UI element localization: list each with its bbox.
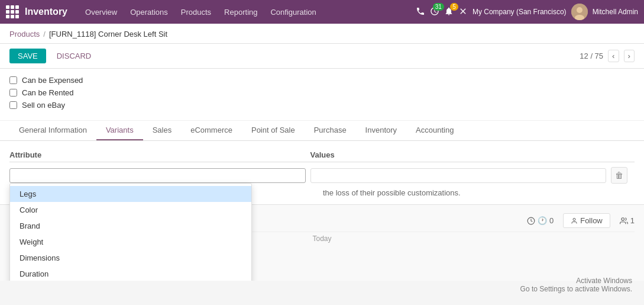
nav-overview[interactable]: Overview xyxy=(79,0,123,24)
app-title: Inventory xyxy=(25,7,67,17)
main-content: Can be Expensed Can be Rented Sell on eB… xyxy=(0,69,644,281)
attribute-input[interactable] xyxy=(9,168,306,183)
tabs-bar: General Information Variants Sales eComm… xyxy=(0,121,644,141)
tab-variants[interactable]: Variants xyxy=(96,121,143,140)
delete-row-button[interactable]: 🗑 xyxy=(611,167,627,184)
next-page-button[interactable]: › xyxy=(624,50,635,62)
user-avatar[interactable] xyxy=(571,4,588,20)
prev-page-button[interactable]: ‹ xyxy=(608,50,619,62)
tab-point-of-sale[interactable]: Point of Sale xyxy=(242,121,305,140)
breadcrumb-separator: / xyxy=(43,30,46,38)
pagination: 12 / 75 ‹ › xyxy=(580,50,635,62)
breadcrumb: Products / [FURN_1118] Corner Desk Left … xyxy=(0,24,644,44)
save-button[interactable]: SAVE xyxy=(9,49,46,63)
dropdown-item-duration[interactable]: Duration xyxy=(10,266,251,281)
follow-button[interactable]: Follow xyxy=(563,213,610,228)
values-input[interactable] xyxy=(310,168,607,183)
dropdown-item-weight[interactable]: Weight xyxy=(10,234,251,250)
checkbox-can-be-rented: Can be Rented xyxy=(9,88,635,97)
attribute-dropdown-container: Legs Color Brand Weight Dimensions Durat… xyxy=(9,168,306,183)
pagination-text: 12 / 75 xyxy=(580,52,603,60)
nav-reporting[interactable]: Reporting xyxy=(218,0,263,24)
top-navigation: Inventory Overview Operations Products R… xyxy=(0,0,644,24)
phone-icon[interactable] xyxy=(416,7,425,18)
checkboxes-section: Can be Expensed Can be Rented Sell on eB… xyxy=(0,69,644,121)
nav-products[interactable]: Products xyxy=(175,0,217,24)
dropdown-item-color[interactable]: Color xyxy=(10,202,251,218)
close-icon[interactable] xyxy=(458,7,468,18)
nav-right-section: 31 5 My Company (San Francisco) Mitchell… xyxy=(416,4,638,20)
checkbox-sell-on-ebay: Sell on eBay xyxy=(9,101,635,110)
timer-icon[interactable]: 31 xyxy=(430,7,439,18)
can-be-expensed-label[interactable]: Can be Expensed xyxy=(22,76,83,85)
tab-inventory[interactable]: Inventory xyxy=(356,121,406,140)
dropdown-item-brand[interactable]: Brand xyxy=(10,218,251,234)
dropdown-item-dimensions[interactable]: Dimensions xyxy=(10,250,251,266)
followers-count[interactable]: 1 xyxy=(620,216,635,225)
activities-button[interactable]: 🕐 0 xyxy=(527,216,554,225)
sell-on-ebay-checkbox[interactable] xyxy=(9,101,17,109)
user-name[interactable]: Mitchell Admin xyxy=(593,8,638,16)
breadcrumb-current-page: [FURN_1118] Corner Desk Left Sit xyxy=(49,30,167,38)
follow-label: Follow xyxy=(580,216,603,225)
nav-configuration[interactable]: Configuration xyxy=(264,0,322,24)
attribute-row: Legs Color Brand Weight Dimensions Durat… xyxy=(9,167,635,184)
company-name[interactable]: My Company (San Francisco) xyxy=(473,8,567,16)
bell-icon[interactable]: 5 xyxy=(444,7,454,18)
bell-badge: 5 xyxy=(450,3,458,11)
sell-on-ebay-label[interactable]: Sell on eBay xyxy=(22,101,65,110)
action-bar: SAVE DISCARD 12 / 75 ‹ › xyxy=(0,44,644,69)
col-values: Values xyxy=(310,150,607,159)
nav-operations[interactable]: Operations xyxy=(124,0,174,24)
col-attribute: Attribute xyxy=(9,150,306,159)
can-be-rented-checkbox[interactable] xyxy=(9,89,17,97)
discard-button[interactable]: DISCARD xyxy=(51,49,98,63)
timer-badge: 31 xyxy=(433,3,444,11)
nav-menu: Overview Operations Products Reporting C… xyxy=(79,0,410,24)
warning-text: the loss of their possible customization… xyxy=(323,188,461,197)
svg-point-5 xyxy=(622,217,624,220)
grid-menu-icon[interactable] xyxy=(6,5,19,18)
tab-general-information[interactable]: General Information xyxy=(9,121,96,140)
variants-table-area: Attribute Values Legs Color Brand Weight… xyxy=(0,141,644,204)
can-be-expensed-checkbox[interactable] xyxy=(9,76,17,84)
tab-accounting[interactable]: Accounting xyxy=(406,121,463,140)
table-header: Attribute Values xyxy=(9,148,635,162)
svg-point-1 xyxy=(577,7,582,13)
tab-sales[interactable]: Sales xyxy=(143,121,182,140)
tab-ecommerce[interactable]: eCommerce xyxy=(181,121,242,140)
checkbox-can-be-expensed: Can be Expensed xyxy=(9,76,635,85)
svg-point-4 xyxy=(573,218,575,220)
tab-purchase[interactable]: Purchase xyxy=(305,121,356,140)
attribute-dropdown-menu: Legs Color Brand Weight Dimensions Durat… xyxy=(9,183,252,281)
dropdown-item-legs[interactable]: Legs xyxy=(10,186,251,202)
can-be-rented-label[interactable]: Can be Rented xyxy=(22,88,73,97)
breadcrumb-products-link[interactable]: Products xyxy=(9,30,40,38)
